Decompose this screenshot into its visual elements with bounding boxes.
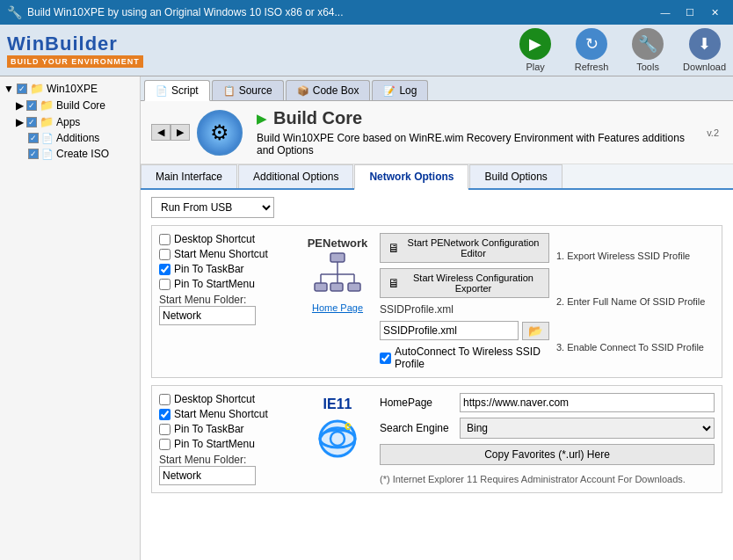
ie11-inner: Desktop Shortcut Start Menu Shortcut Pin… bbox=[159, 393, 715, 485]
pe-monitor-icon: 🖥 bbox=[388, 241, 400, 255]
sidebar-item-create-iso[interactable]: ✓ 📄 Create ISO bbox=[28, 146, 136, 162]
ie-search-engine-row: Search Engine Bing Google Yahoo bbox=[380, 418, 715, 439]
pe-network-icon bbox=[311, 250, 364, 302]
section-tab-main-label: Main Interface bbox=[156, 171, 222, 183]
sidebar-item-additions[interactable]: ✓ 📄 Additions bbox=[28, 130, 136, 146]
pe-pin-startmenu-checkbox[interactable] bbox=[159, 279, 171, 290]
ie-pin-taskbar-checkbox[interactable] bbox=[159, 424, 171, 435]
ssid-input[interactable] bbox=[380, 321, 519, 340]
autoconnect-label: AutoConnect To Wireless SSID Profile bbox=[395, 345, 549, 370]
section-tab-additional[interactable]: Additional Options bbox=[238, 164, 353, 188]
ie-homepage-label: HomePage bbox=[380, 396, 454, 409]
title-icon: 🔧 bbox=[7, 5, 22, 19]
tree-indent-additions: ✓ 📄 Additions ✓ 📄 Create ISO bbox=[4, 130, 136, 162]
additions-label: Additions bbox=[56, 132, 99, 144]
svg-rect-2 bbox=[330, 283, 343, 291]
source-tab-label: Source bbox=[239, 84, 272, 97]
pe-wireless-exporter-label: Start Wireless Configuration Exporter bbox=[405, 273, 541, 294]
pe-network-section: Desktop Shortcut Start Menu Shortcut Pin… bbox=[151, 225, 722, 378]
apps-checkbox[interactable]: ✓ bbox=[26, 117, 37, 127]
pe-desktop-shortcut-checkbox[interactable] bbox=[159, 234, 171, 245]
pe-start-menu-checkbox[interactable] bbox=[159, 249, 171, 260]
apps-label: Apps bbox=[56, 116, 80, 128]
autoconnect-checkbox[interactable] bbox=[380, 353, 391, 364]
ie-right: HomePage Search Engine Bing Google Yahoo bbox=[380, 393, 715, 485]
pe-right: 🖥 Start PENetwork Configuration Editor 🖥… bbox=[380, 233, 549, 370]
pe-left-checkboxes: Desktop Shortcut Start Menu Shortcut Pin… bbox=[159, 233, 295, 370]
logo-wrap: WinBuilder BUILD YOUR ENVIRONMENT bbox=[7, 33, 143, 68]
ie-pin-taskbar-row: Pin To TaskBar bbox=[159, 423, 295, 435]
build-info: ▶ Build Core Build Win10XPE Core based o… bbox=[257, 108, 703, 156]
section-tab-additional-label: Additional Options bbox=[253, 171, 338, 183]
ie-homepage-row: HomePage bbox=[380, 393, 715, 412]
tab-source[interactable]: 📋 Source bbox=[212, 80, 284, 100]
network-options-content: Run From USB Run From RAM bbox=[141, 190, 733, 500]
ie-copy-favorites-button[interactable]: Copy Favorites (*.url) Here bbox=[380, 444, 715, 465]
folder-icon: 📁 bbox=[30, 82, 44, 95]
tools-label: Tools bbox=[636, 62, 659, 72]
ie-homepage-input[interactable] bbox=[460, 393, 715, 412]
create-iso-label: Create ISO bbox=[56, 148, 109, 160]
maximize-button[interactable]: ☐ bbox=[679, 4, 701, 21]
ssid-label-row: SSIDProfile.xml bbox=[380, 303, 549, 316]
tab-codebox[interactable]: 📦 Code Box bbox=[286, 80, 371, 100]
close-button[interactable]: ✕ bbox=[703, 4, 726, 21]
additions-checkbox[interactable]: ✓ bbox=[28, 133, 39, 143]
refresh-button[interactable]: ↻ Refresh bbox=[570, 28, 613, 72]
nav-prev-button[interactable]: ◀ bbox=[151, 124, 171, 141]
ie-start-menu-checkbox[interactable] bbox=[159, 409, 171, 420]
play-button[interactable]: ▶ Play bbox=[514, 28, 556, 72]
ie-pin-startmenu-checkbox[interactable] bbox=[159, 439, 171, 450]
additions-page-icon: 📄 bbox=[41, 133, 54, 144]
header: WinBuilder BUILD YOUR ENVIRONMENT ▶ Play… bbox=[0, 25, 733, 76]
title-text: Build Win10XPE by using an Original Wind… bbox=[27, 6, 654, 18]
pe-wireless-exporter-button[interactable]: 🖥 Start Wireless Configuration Exporter bbox=[380, 268, 549, 298]
pe-pin-taskbar-checkbox[interactable] bbox=[159, 264, 171, 275]
build-core-checkbox[interactable]: ✓ bbox=[26, 100, 37, 111]
tab-bar: 📄 Script 📋 Source 📦 Code Box 📝 Log bbox=[141, 76, 733, 101]
section-tab-network[interactable]: Network Options bbox=[354, 164, 468, 190]
expand-icon: ▼ bbox=[4, 83, 14, 95]
autoconnect-row: AutoConnect To Wireless SSID Profile bbox=[380, 345, 549, 370]
section-tab-network-label: Network Options bbox=[369, 171, 454, 183]
script-content: ◀ ▶ ⚙ ▶ Build Core Build Win10XPE Core b… bbox=[141, 101, 733, 560]
title-bar: 🔧 Build Win10XPE by using an Original Wi… bbox=[0, 0, 733, 25]
pe-network-full: Desktop Shortcut Start Menu Shortcut Pin… bbox=[159, 233, 715, 370]
window-controls: — ☐ ✕ bbox=[654, 4, 726, 21]
script-tab-label: Script bbox=[171, 84, 199, 97]
build-description: Build Win10XPE Core based on WinRE.wim R… bbox=[257, 132, 703, 156]
svg-text:e: e bbox=[345, 418, 352, 433]
tools-button[interactable]: 🔧 Tools bbox=[627, 28, 669, 72]
download-button[interactable]: ⬇ Download bbox=[683, 28, 726, 72]
main-panel: 📄 Script 📋 Source 📦 Code Box 📝 Log bbox=[141, 76, 733, 560]
pe-desktop-shortcut-label: Desktop Shortcut bbox=[174, 233, 255, 245]
play-label: Play bbox=[526, 62, 544, 72]
pe-desktop-shortcut-row: Desktop Shortcut bbox=[159, 233, 295, 245]
minimize-button[interactable]: — bbox=[654, 4, 677, 21]
ie-desktop-shortcut-checkbox[interactable] bbox=[159, 394, 171, 405]
svg-rect-0 bbox=[330, 253, 345, 262]
svg-rect-1 bbox=[315, 283, 327, 291]
pe-folder-input[interactable] bbox=[159, 306, 256, 325]
sidebar-item-build-core[interactable]: ▶ ✓ 📁 Build Core bbox=[16, 97, 136, 113]
run-from-select[interactable]: Run From USB Run From RAM bbox=[151, 197, 274, 218]
create-iso-checkbox[interactable]: ✓ bbox=[28, 149, 39, 159]
tab-log[interactable]: 📝 Log bbox=[372, 80, 428, 100]
nav-next-button[interactable]: ▶ bbox=[171, 124, 190, 141]
win10xpe-checkbox[interactable]: ✓ bbox=[17, 84, 27, 94]
ie-search-engine-select[interactable]: Bing Google Yahoo bbox=[460, 418, 715, 439]
sidebar-item-win10xpe[interactable]: ▼ ✓ 📁 Win10XPE bbox=[4, 80, 136, 97]
tools-icon: 🔧 bbox=[632, 28, 664, 60]
pe-start-menu-label: Start Menu Shortcut bbox=[174, 248, 268, 260]
section-tab-build[interactable]: Build Options bbox=[469, 164, 562, 188]
ssid-browse-button[interactable]: 📂 bbox=[522, 322, 549, 340]
pe-pin-startmenu-label: Pin To StartMenu bbox=[174, 278, 255, 290]
home-page-link[interactable]: Home Page bbox=[312, 302, 363, 313]
section-tab-main[interactable]: Main Interface bbox=[141, 164, 237, 188]
sidebar-item-apps[interactable]: ▶ ✓ 📁 Apps bbox=[16, 113, 136, 130]
run-from-row: Run From USB Run From RAM bbox=[151, 197, 722, 218]
ie-folder-input[interactable] bbox=[159, 466, 256, 485]
ie11-icon: e bbox=[315, 416, 360, 462]
pe-config-editor-button[interactable]: 🖥 Start PENetwork Configuration Editor bbox=[380, 233, 549, 263]
tab-script[interactable]: 📄 Script bbox=[144, 80, 210, 101]
